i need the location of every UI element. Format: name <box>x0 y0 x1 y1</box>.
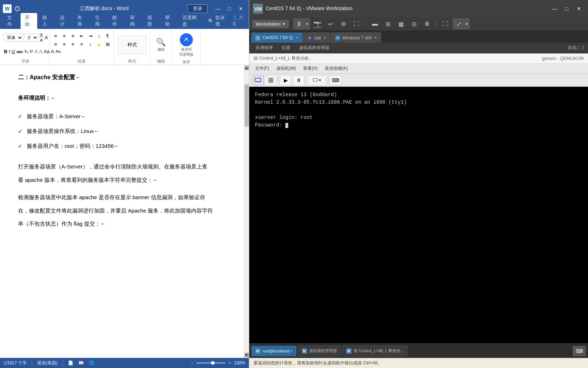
highlight-btn[interactable]: Aa <box>43 48 50 56</box>
kali-tab-close[interactable]: ✕ <box>323 35 327 40</box>
line-spacing-btn[interactable]: ↕ <box>86 40 94 48</box>
scroll-down-btn[interactable]: ▼ <box>245 353 249 357</box>
statusbar-view-read[interactable]: 📖 <box>78 360 84 365</box>
vm-pause-btn[interactable]: ⏸ <box>294 19 304 29</box>
border-btn[interactable]: ⊞ <box>104 40 112 48</box>
align-center-btn[interactable]: ≡ <box>60 40 68 48</box>
increase-indent-btn[interactable]: ⇥ <box>86 32 94 40</box>
baidu-save-btn[interactable]: 保存到百度网盘 <box>178 32 195 59</box>
vm-view2-btn[interactable]: ⊞ <box>382 19 393 29</box>
tab-references[interactable]: 引用 <box>91 13 108 29</box>
find-replace-btn[interactable]: 🔍 编辑 <box>155 36 167 54</box>
vm-pause-screen-btn[interactable]: ⏸ <box>293 75 304 85</box>
tab-layout[interactable]: 布局 <box>73 13 90 29</box>
word-restore-btn[interactable]: □ <box>224 5 234 12</box>
italic-btn[interactable]: I <box>8 48 10 56</box>
vm-view3-btn[interactable]: ▦ <box>395 19 406 29</box>
zoom-slider[interactable] <box>196 362 225 364</box>
tab-review[interactable]: 审阅 <box>126 13 143 29</box>
tab-help[interactable]: 帮助 <box>161 13 178 29</box>
vm-pause-dropdown-btn[interactable]: ▼ <box>304 19 310 29</box>
statusbar-view-normal[interactable]: 📄 <box>68 360 73 365</box>
decrease-indent-btn[interactable]: ⇤ <box>78 32 86 40</box>
tab-view[interactable]: 视图 <box>143 13 160 29</box>
zoom-out-btn[interactable]: － <box>190 360 194 366</box>
vmware-tab-centos[interactable]: C CentOS 7 64 位 ✕ <box>251 33 303 43</box>
vm-monitor-btn[interactable] <box>252 75 264 85</box>
multilevel-btn[interactable]: ≡ <box>69 32 77 40</box>
vmware-tab-win7[interactable]: W Windows 7 x64 ✕ <box>331 33 381 43</box>
statusbar-view-web[interactable]: 🌐 <box>89 360 94 365</box>
tab-insert[interactable]: 插入 <box>38 13 55 29</box>
justify-btn[interactable]: ≡ <box>78 40 86 48</box>
zoom-in-btn[interactable]: ＋ <box>228 360 232 366</box>
font-size-select[interactable]: 小四 <box>24 34 38 42</box>
vm-terminal-screen[interactable]: Fedora release 13 (Goddard) Kernel 2.6.3… <box>249 87 588 343</box>
guest-virt-manager-menu[interactable]: 虚拟系统管理器 <box>296 44 332 52</box>
menu-file[interactable]: 文件(F) <box>252 65 272 72</box>
vm-view1-btn[interactable]: ▬ <box>369 19 380 29</box>
clear-format-btn[interactable]: A <box>34 48 38 56</box>
tab-baidu[interactable]: 百度网盘 <box>178 13 203 29</box>
vmware-tab-kali[interactable]: K kali ✕ <box>303 33 330 43</box>
font-color-btn[interactable]: A <box>39 48 43 56</box>
taskbar-item-terminal[interactable]: ▶ root@localhost:~ <box>251 346 297 356</box>
subscript-btn[interactable]: X₂ <box>24 48 29 56</box>
word-minimize-btn[interactable]: — <box>213 5 223 12</box>
word-document-content[interactable]: 二：Apache 安全配置← 务环境说明：← ✓ 服务器场景：A-Server←… <box>0 65 244 358</box>
vm-maximize-btn[interactable]: ⛶ <box>440 19 451 29</box>
font-enlarge-btn[interactable]: A <box>44 34 48 42</box>
taskbar-item-virt-manager[interactable]: ▶ 虚拟系统管理器 <box>298 346 341 356</box>
word-scrollbar[interactable]: ▲ ▼ <box>244 65 249 358</box>
sort-btn[interactable]: ↕ <box>95 32 103 40</box>
strikethrough-btn[interactable]: abc <box>16 48 23 56</box>
vm-fullscreen2-dropdown[interactable]: ▼ <box>464 19 469 29</box>
vm-display-btn[interactable]: 🖥 <box>421 19 432 29</box>
guest-places-menu[interactable]: 位置 <box>279 44 293 52</box>
tab-home[interactable]: 开始 <box>21 13 38 29</box>
vm-fullscreen2-btn[interactable]: ⤢ <box>453 19 464 29</box>
vm-keyboard-btn[interactable]: ⌨ <box>330 75 341 85</box>
word-close-btn[interactable]: ✕ <box>236 5 246 12</box>
menu-vm[interactable]: 虚拟机(M) <box>273 65 299 72</box>
vm-view4-btn[interactable]: ⊟ <box>408 19 419 29</box>
shading-btn[interactable]: ▲ <box>95 40 103 48</box>
word-art-btn[interactable]: 文A <box>39 34 44 42</box>
tab-mailings[interactable]: 邮件 <box>108 13 125 29</box>
vmware-restore-btn[interactable]: □ <box>561 5 572 13</box>
vm-revert-btn[interactable]: ↩ <box>325 19 336 29</box>
font-name-select[interactable]: 宋体 <box>4 34 23 42</box>
vm-snapshot-btn[interactable]: 📷 <box>312 19 323 29</box>
align-left-btn[interactable]: ≡ <box>52 40 60 48</box>
guest-apps-menu[interactable]: 应用程序 <box>253 44 276 52</box>
vm-snap-icon-btn[interactable] <box>265 75 277 85</box>
vm-settings-btn[interactable]: ⚙ <box>338 19 349 29</box>
show-formatting-btn[interactable]: ¶ <box>104 32 112 40</box>
taskbar-kbd-btn[interactable]: ⌨ <box>573 346 586 356</box>
scroll-up-btn[interactable]: ▲ <box>245 66 249 70</box>
scroll-track[interactable] <box>245 70 249 353</box>
menu-send-keys[interactable]: 发送按键(K) <box>322 65 351 72</box>
vm-fullscreen-btn[interactable]: ⛶ <box>351 19 362 29</box>
centos-tab-close[interactable]: ✕ <box>295 35 299 40</box>
tab-file[interactable]: 文件 <box>3 13 20 29</box>
workstation-dropdown-btn[interactable]: Workstation ▼ <box>252 20 289 28</box>
word-quick-access[interactable]: ! <box>14 5 21 12</box>
vm-play-btn[interactable]: ▶ <box>280 75 291 85</box>
superscript-btn[interactable]: X² <box>29 48 34 56</box>
vm-screen-size-btn[interactable]: ▼ <box>308 75 327 85</box>
menu-view[interactable]: 查看(V) <box>300 65 320 72</box>
share-icon[interactable]: 👤 共享 <box>232 14 246 27</box>
taskbar-item-ctrl-alt[interactable]: ▶ 按 Control_L+Alt_L 释放光... <box>342 346 407 356</box>
numbering-btn[interactable]: ≡ <box>60 32 68 40</box>
tab-design[interactable]: 设计 <box>56 13 73 29</box>
vmware-close-btn[interactable]: ✕ <box>574 5 584 13</box>
vmware-minimize-btn[interactable]: — <box>549 5 560 13</box>
bold-btn[interactable]: B <box>4 48 8 56</box>
tab-tellme[interactable]: 🔍 告诉我 <box>204 13 231 29</box>
styles-gallery[interactable]: 样式 <box>118 35 147 54</box>
win7-tab-close[interactable]: ✕ <box>374 35 377 40</box>
word-login-button[interactable]: 登录 <box>187 4 208 13</box>
bullets-btn[interactable]: ≡ <box>52 32 60 40</box>
align-right-btn[interactable]: ≡ <box>69 40 77 48</box>
